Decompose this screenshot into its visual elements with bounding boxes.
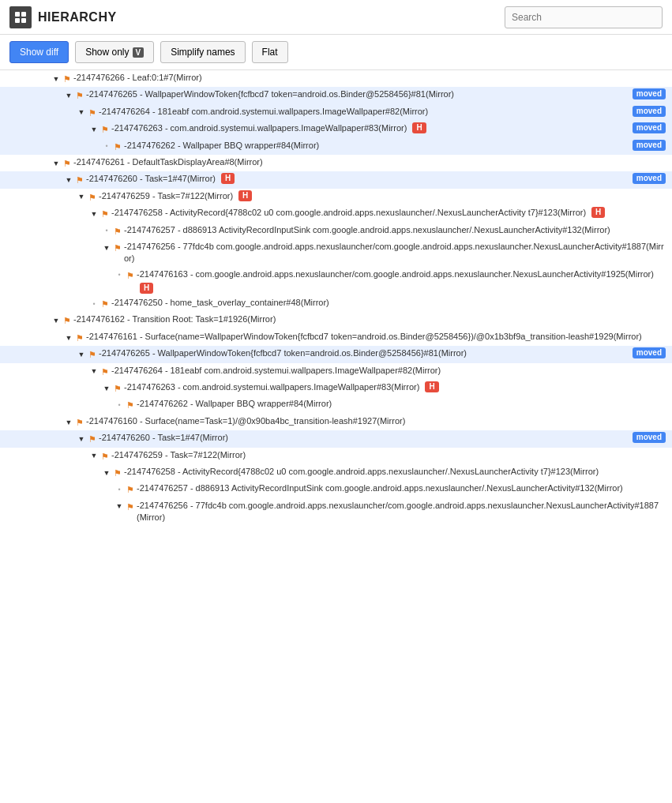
node-text: -2147476163 - com.google.android.apps.ne… <box>137 268 666 294</box>
tree-row[interactable]: ⚑-2147476264 - 181eabf com.android.syste… <box>0 363 672 380</box>
toggle-button[interactable] <box>114 501 125 512</box>
node-icon: ⚑ <box>88 349 96 361</box>
simplify-names-button[interactable]: Simplify names <box>160 41 245 63</box>
toggle-button[interactable] <box>114 400 125 411</box>
node-content: ⚑-2147476257 - d886913 ActivityRecordInp… <box>114 482 672 496</box>
node-icon: ⚑ <box>114 226 122 238</box>
moved-badge: moved <box>633 122 666 133</box>
search-input[interactable] <box>505 6 663 28</box>
node-content: ⚑-2147476263 - com.android.systemui.wall… <box>101 381 672 395</box>
node-text: -2147476260 - Task=1#47(Mirror)H <box>86 173 628 185</box>
toggle-button[interactable] <box>63 417 74 428</box>
node-content: ⚑-2147476265 - WallpaperWindowToken{fcfb… <box>63 88 672 102</box>
flat-button[interactable]: Flat <box>252 41 288 63</box>
toggle-button[interactable] <box>76 107 87 118</box>
moved-badge: moved <box>633 173 666 184</box>
tree-row[interactable]: ⚑-2147476256 - 77fdc4b com.google.androi… <box>0 239 672 267</box>
tree-row[interactable]: ⚑-2147476263 - com.android.systemui.wall… <box>0 380 672 396</box>
toggle-button[interactable] <box>88 208 99 220</box>
tree-row[interactable]: ⚑-2147476266 - Leaf:0:1#7(Mirror) <box>0 70 672 87</box>
tree-row[interactable]: ⚑-2147476261 - DefaultTaskDisplayArea#8(… <box>0 155 672 171</box>
tree-row[interactable]: ⚑-2147476258 - ActivityRecord{4788c02 u0… <box>0 205 672 222</box>
tree-row[interactable]: ⚑-2147476265 - WallpaperWindowToken{fcfb… <box>0 346 672 362</box>
node-text: -2147476160 - Surface(name=Task=1)/@0x90… <box>86 415 666 427</box>
toggle-button[interactable] <box>51 315 62 326</box>
tree-row[interactable]: ⚑-2147476250 - home_task_overlay_contain… <box>0 295 672 312</box>
node-icon: ⚑ <box>114 242 122 254</box>
toggle-button[interactable] <box>114 484 125 495</box>
toggle-button[interactable] <box>76 349 87 360</box>
toggle-button[interactable] <box>51 73 62 84</box>
toggle-button[interactable] <box>101 467 112 478</box>
toggle-button[interactable] <box>88 366 99 377</box>
toggle-button[interactable] <box>88 124 99 135</box>
tree-row[interactable]: ⚑-2147476262 - Wallpaper BBQ wrapper#84(… <box>0 138 672 155</box>
app-logo <box>9 6 32 28</box>
svg-rect-0 <box>15 12 20 17</box>
node-icon: ⚑ <box>101 208 109 220</box>
node-content: ⚑-2147476262 - Wallpaper BBQ wrapper#84(… <box>101 140 672 153</box>
toggle-button[interactable] <box>76 192 87 203</box>
toggle-button[interactable] <box>88 298 99 310</box>
tree-row[interactable]: ⚑-2147476260 - Task=1#47(Mirror)moved <box>0 430 672 447</box>
node-icon: ⚑ <box>114 383 122 395</box>
node-content: ⚑-2147476262 - Wallpaper BBQ wrapper#84(… <box>114 398 672 411</box>
node-content: ⚑-2147476261 - DefaultTaskDisplayArea#8(… <box>51 156 672 170</box>
toggle-button[interactable] <box>101 226 112 237</box>
tree-row[interactable]: ⚑-2147476264 - 181eabf com.android.syste… <box>0 104 672 121</box>
node-text: -2147476258 - ActivityRecord{4788c02 u0 … <box>111 207 666 219</box>
node-icon: ⚑ <box>88 107 96 119</box>
node-content: ⚑-2147476266 - Leaf:0:1#7(Mirror) <box>51 72 672 85</box>
toggle-button[interactable] <box>88 451 99 462</box>
toggle-button[interactable] <box>101 141 112 152</box>
toggle-button[interactable] <box>114 270 125 281</box>
node-text: -2147476256 - 77fdc4b com.google.android… <box>137 500 666 524</box>
node-icon: ⚑ <box>88 192 96 204</box>
tree-row[interactable]: ⚑-2147476160 - Surface(name=Task=1)/@0x9… <box>0 414 672 430</box>
tree-row[interactable]: ⚑-2147476162 - Transition Root: Task=1#1… <box>0 312 672 328</box>
tree-row[interactable]: ⚑-2147476263 - com.android.systemui.wall… <box>0 121 672 137</box>
tree-row[interactable]: ⚑-2147476260 - Task=1#47(Mirror)Hmoved <box>0 171 672 188</box>
node-content: ⚑-2147476250 - home_task_overlay_contain… <box>88 297 672 310</box>
moved-badge: moved <box>633 106 666 117</box>
node-icon: ⚑ <box>76 174 84 186</box>
tree-row[interactable]: ⚑-2147476259 - Task=7#122(Mirror)H <box>0 189 672 205</box>
node-content: ⚑-2147476163 - com.google.android.apps.n… <box>114 268 672 294</box>
node-text: -2147476162 - Transition Root: Task=1#19… <box>73 313 666 325</box>
node-icon: ⚑ <box>88 433 96 445</box>
toggle-button[interactable] <box>63 174 74 186</box>
app-title: HIERARCHY <box>38 10 505 24</box>
tree-row[interactable]: ⚑-2147476256 - 77fdc4b com.google.androi… <box>0 498 672 526</box>
node-content: ⚑-2147476259 - Task=7#122(Mirror)H <box>76 190 672 204</box>
toggle-button[interactable] <box>76 433 87 445</box>
node-icon: ⚑ <box>63 158 71 170</box>
tree-row[interactable]: ⚑-2147476163 - com.google.android.apps.n… <box>0 267 672 295</box>
tree-container[interactable]: ⚑-2147476266 - Leaf:0:1#7(Mirror)⚑-21474… <box>0 70 672 802</box>
show-only-button[interactable]: Show only V <box>75 41 154 63</box>
moved-badge: moved <box>633 88 666 99</box>
node-text: -2147476256 - 77fdc4b com.google.android… <box>124 241 666 265</box>
svg-rect-3 <box>21 18 26 23</box>
tree-row[interactable]: ⚑-2147476265 - WallpaperWindowToken{fcfb… <box>0 87 672 103</box>
tree-row[interactable]: ⚑-2147476262 - Wallpaper BBQ wrapper#84(… <box>0 396 672 413</box>
tree-row[interactable]: ⚑-2147476259 - Task=7#122(Mirror) <box>0 448 672 464</box>
node-text: -2147476258 - ActivityRecord{4788c02 u0 … <box>124 466 666 478</box>
node-text: -2147476266 - Leaf:0:1#7(Mirror) <box>73 72 666 84</box>
node-content: ⚑-2147476258 - ActivityRecord{4788c02 u0… <box>101 466 672 479</box>
toggle-button[interactable] <box>63 90 74 101</box>
toggle-button[interactable] <box>51 158 62 169</box>
toggle-button[interactable] <box>101 383 112 394</box>
toggle-button[interactable] <box>63 332 74 343</box>
tree-row[interactable]: ⚑-2147476258 - ActivityRecord{4788c02 u0… <box>0 464 672 481</box>
node-content: ⚑-2147476160 - Surface(name=Task=1)/@0x9… <box>63 415 672 429</box>
show-diff-button[interactable]: Show diff <box>9 41 69 63</box>
tree-row[interactable]: ⚑-2147476257 - d886913 ActivityRecordInp… <box>0 223 672 239</box>
node-icon: ⚑ <box>101 298 109 310</box>
node-icon: ⚑ <box>76 332 84 344</box>
toggle-button[interactable] <box>101 242 112 253</box>
tree-row[interactable]: ⚑-2147476161 - Surface(name=WallpaperWin… <box>0 329 672 346</box>
app-header: HIERARCHY <box>0 0 672 35</box>
node-content: ⚑-2147476257 - d886913 ActivityRecordInp… <box>101 224 672 238</box>
tree-row[interactable]: ⚑-2147476257 - d886913 ActivityRecordInp… <box>0 481 672 497</box>
node-text: -2147476264 - 181eabf com.android.system… <box>99 106 628 118</box>
